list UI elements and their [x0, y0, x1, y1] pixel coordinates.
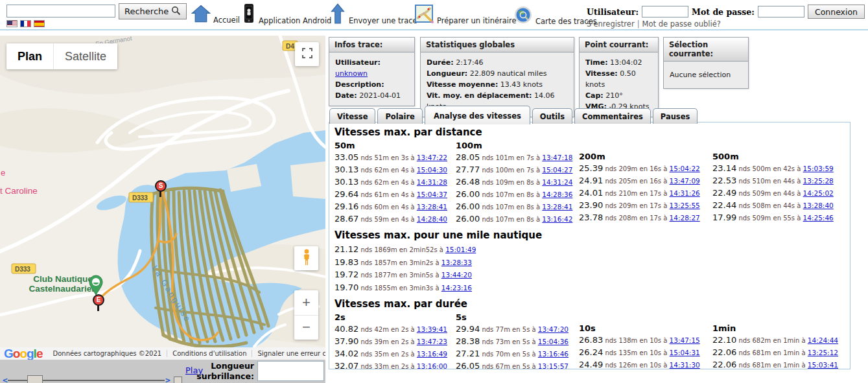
time-link[interactable]: 14:31:26: [670, 189, 700, 197]
time-link[interactable]: 15:04:31: [670, 349, 700, 356]
us-flag-icon[interactable]: [6, 20, 18, 27]
time-link[interactable]: 14:31:28: [417, 178, 447, 186]
time-link[interactable]: 13:16:46: [538, 350, 569, 358]
speed-analysis-content: Vitesses max. par distance 50m 33.05 nds…: [329, 122, 850, 369]
es-flag-icon[interactable]: [34, 20, 45, 27]
nav-upload-trace[interactable]: Envoyer une trace: [329, 3, 417, 27]
time-link[interactable]: 13:28:33: [441, 259, 472, 266]
report-error-link[interactable]: Signaler une erreur cartographique: [252, 350, 325, 357]
start-marker[interactable]: S: [155, 180, 167, 192]
speed-row: 26.24 nds 135m en 10s à 15:04:31: [579, 346, 712, 358]
tab-polaire[interactable]: Polaire: [377, 108, 422, 124]
time-link[interactable]: 14:28:36: [542, 191, 572, 198]
speed-value: 32.07: [334, 361, 358, 369]
time-link[interactable]: 13:47:20: [538, 325, 569, 333]
fr-flag-icon[interactable]: [20, 20, 31, 27]
time-link[interactable]: 13:25:12: [808, 349, 838, 356]
speed-row: 17.99 nds 509m en 55s à 14:25:46: [712, 211, 850, 224]
time-link[interactable]: 13:28:41: [542, 203, 572, 211]
timeline-prev-arrow[interactable]: <: [3, 375, 8, 383]
time-link[interactable]: 13:47:15: [670, 336, 700, 344]
speed-detail: nds 509m en 44s à: [736, 190, 803, 197]
column-header: 500m: [712, 151, 850, 162]
time-link[interactable]: 14:31:30: [670, 361, 700, 369]
time-link[interactable]: 13:39:41: [417, 325, 447, 333]
time-link[interactable]: 13:15:57: [538, 362, 569, 369]
time-link[interactable]: 13:25:28: [803, 177, 834, 185]
time-link[interactable]: 15:04:36: [538, 338, 569, 345]
point-row: Vitesse: 0.50 knots: [585, 68, 652, 90]
speed-detail: nds 126m en 10s à: [603, 362, 669, 369]
time-link[interactable]: 13:28:41: [417, 203, 447, 211]
tab-vitesse[interactable]: Vitesse: [329, 108, 375, 124]
password-field[interactable]: [758, 6, 804, 17]
time-link[interactable]: 14:28:27: [670, 214, 700, 222]
nav-prepare-route[interactable]: Préparer un itinéraire: [415, 3, 517, 27]
tab-commentaires[interactable]: Commentaires: [574, 108, 651, 124]
time-link[interactable]: 15:04:27: [542, 166, 572, 174]
time-link[interactable]: 14:28:40: [417, 215, 447, 223]
tab-pauses[interactable]: Pauses: [653, 108, 698, 124]
pegman-control[interactable]: [294, 246, 318, 270]
zoom-in-button[interactable]: +: [294, 290, 318, 316]
time-link[interactable]: 13:47:18: [542, 154, 572, 161]
timeline-next-arrow[interactable]: >: [165, 375, 170, 383]
fullscreen-button[interactable]: [295, 42, 319, 66]
time-link[interactable]: 15:04:30: [417, 166, 447, 174]
time-link[interactable]: 13:16:42: [542, 215, 572, 223]
route-map-icon: [415, 3, 434, 27]
current-selection-panel: Sélection courrante: Aucune sélection: [663, 37, 749, 89]
time-link[interactable]: 15:03:41: [808, 361, 838, 369]
forgot-password-link[interactable]: Mot de passe oublié?: [642, 19, 721, 29]
zoom-out-button[interactable]: −: [294, 316, 318, 340]
time-link[interactable]: 13:47:23: [417, 338, 447, 345]
time-link[interactable]: 13:16:00: [417, 362, 447, 369]
track-info-title: Infos trace:: [329, 38, 414, 52]
speed-column-5s: 5s 29.94 nds 77m en 5s à 13:47:2028.38 n…: [456, 312, 579, 369]
map-type-plan-button[interactable]: Plan: [6, 43, 53, 69]
speed-value: 26.00: [456, 189, 480, 199]
time-link[interactable]: 13:44:20: [441, 271, 472, 279]
search-input[interactable]: [6, 5, 115, 17]
timeline-slider-thumb[interactable]: [27, 375, 43, 383]
tab-analyse-des-vitesses[interactable]: Analyse des vitesses: [425, 106, 530, 124]
speed-detail: nds 101m en 7s à: [480, 154, 542, 161]
time-link[interactable]: 13:28:40: [803, 202, 834, 209]
tab-outils[interactable]: Outils: [532, 108, 572, 124]
time-link[interactable]: 15:03:59: [803, 165, 834, 172]
speed-detail: nds 135m en 10s à: [603, 349, 669, 356]
speed-column-1min: 1min 22.10 nds 682m en 1min à 14:24:4422…: [712, 312, 850, 369]
track-user-link[interactable]: unknown: [335, 69, 368, 78]
nav-android-app[interactable]: Application Android: [242, 3, 331, 27]
speed-value: 23.90: [579, 200, 603, 210]
time-link[interactable]: 13:25:55: [670, 202, 700, 209]
time-link[interactable]: 13:16:49: [417, 350, 447, 358]
speed-detail: nds 42m en 2s à: [358, 326, 417, 333]
time-link[interactable]: 14:25:46: [803, 214, 834, 222]
time-link[interactable]: 15:04:22: [670, 165, 700, 172]
username-field[interactable]: [642, 6, 688, 17]
login-button[interactable]: Connexion: [808, 5, 865, 19]
speed-row: 40.82 nds 42m en 2s à 13:39:41: [334, 323, 456, 335]
highlight-length-input[interactable]: [257, 361, 324, 381]
timeline-secondary-thumb[interactable]: [174, 377, 182, 383]
register-link[interactable]: S'enregistrer: [587, 19, 635, 29]
fullscreen-icon: [302, 48, 312, 61]
end-marker[interactable]: E: [93, 294, 104, 306]
map-type-satellite-button[interactable]: Satellite: [53, 43, 117, 69]
nav-traces-map[interactable]: Carte des traces: [513, 5, 597, 27]
time-link[interactable]: 15:01:49: [445, 246, 476, 253]
time-link[interactable]: 13:47:09: [670, 177, 700, 185]
search-button[interactable]: Recherche: [119, 3, 187, 19]
map-canvas[interactable]: En Germanot e t Caroline D4 D333 D333 Cl…: [0, 36, 325, 360]
time-link[interactable]: 14:23:16: [441, 284, 472, 292]
terms-link[interactable]: Conditions d'utilisation: [167, 350, 252, 357]
nav-home[interactable]: Accueil: [191, 4, 240, 26]
time-link[interactable]: 14:31:24: [542, 178, 572, 186]
time-link[interactable]: 14:25:02: [803, 189, 834, 197]
time-link[interactable]: 15:04:37: [417, 191, 447, 198]
time-link[interactable]: 13:47:22: [417, 154, 447, 161]
search-icon: [171, 6, 181, 17]
time-link[interactable]: 14:24:44: [808, 336, 838, 344]
column-header: 1min: [712, 323, 850, 334]
